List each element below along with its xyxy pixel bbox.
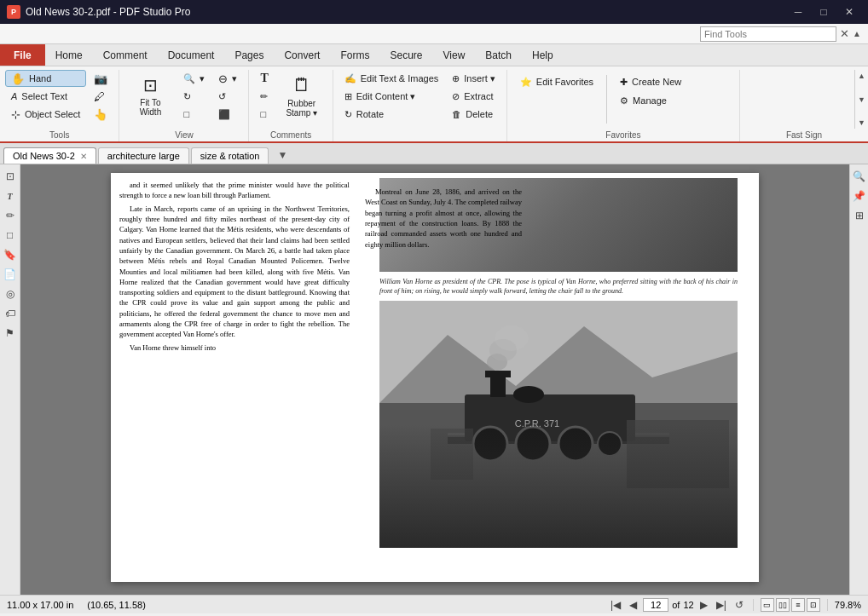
- right-sidebar-pin[interactable]: 📌: [851, 187, 868, 204]
- view-col: 🔍 ▾ ↻ □: [177, 70, 211, 123]
- menu-file[interactable]: File: [0, 44, 45, 66]
- status-left: 11.00 x 17.00 in (10.65, 11.58): [7, 600, 146, 610]
- menu-batch[interactable]: Batch: [475, 44, 522, 66]
- extract-button[interactable]: ⊘ Extract: [446, 88, 501, 105]
- zoom-in-button[interactable]: 🔍 ▾: [177, 70, 211, 87]
- svg-rect-4: [448, 433, 669, 435]
- menu-convert[interactable]: Convert: [274, 44, 330, 66]
- menu-home[interactable]: Home: [45, 44, 93, 66]
- tools-content: ✋ Hand A Select Text ⊹ Object Select 📷 🖊: [5, 70, 113, 129]
- view-single-button[interactable]: ▭: [761, 598, 774, 612]
- text-tool-button[interactable]: T: [254, 70, 274, 87]
- sidebar-tool-circle[interactable]: ◎: [2, 285, 19, 302]
- rotate-content-label: Rotate: [356, 109, 384, 119]
- nav-refresh-button[interactable]: ↺: [732, 598, 746, 612]
- sidebar-tool-extra[interactable]: ⚑: [2, 325, 19, 342]
- sidebar-tool-tag[interactable]: 🏷: [2, 305, 19, 322]
- create-new-button[interactable]: ✚ Create New: [614, 73, 687, 90]
- close-button[interactable]: ✕: [837, 3, 861, 20]
- comments-content: T ✏ □ 🗒 RubberStamp ▾: [254, 70, 327, 129]
- fastsign-scroll-down[interactable]: ▼: [855, 94, 868, 106]
- object-select-button[interactable]: ⊹ Object Select: [5, 106, 86, 123]
- find-tools-input[interactable]: [700, 26, 836, 42]
- comment-tools-col: T ✏ □: [254, 70, 274, 123]
- minimize-button[interactable]: ─: [786, 3, 810, 20]
- find-tools-expand[interactable]: ▲: [853, 29, 861, 38]
- nav-prev-button[interactable]: ◀: [627, 598, 639, 612]
- fingerprint-button[interactable]: 👆: [88, 106, 113, 123]
- tab-size-rotation[interactable]: size & rotation: [191, 147, 269, 164]
- menu-comment[interactable]: Comment: [93, 44, 158, 66]
- edit-favorites-button[interactable]: ⭐ Edit Favorites: [514, 73, 599, 90]
- insert-button[interactable]: ⊕ Insert ▾: [446, 70, 501, 87]
- pencil-tool-button[interactable]: ✏: [254, 88, 274, 105]
- right-sidebar-search[interactable]: 🔍: [851, 168, 868, 185]
- menu-pages[interactable]: Pages: [224, 44, 274, 66]
- layout-button[interactable]: □: [177, 106, 211, 123]
- edit-content-button[interactable]: ⊞ Edit Content ▾: [339, 88, 445, 105]
- menu-bar: File Home Comment Document Pages Convert…: [0, 44, 868, 66]
- rotate-content-icon: ↻: [344, 109, 352, 120]
- fastsign-scroll: ▲ ▼ ▼: [854, 70, 868, 129]
- menu-help[interactable]: Help: [522, 44, 564, 66]
- rect-tool-button[interactable]: □: [254, 106, 274, 123]
- sidebar-tool-page[interactable]: 📄: [2, 266, 19, 283]
- svg-point-8: [513, 386, 544, 403]
- camera-button[interactable]: 📷: [88, 70, 113, 87]
- highlight-icon: 🖊: [94, 90, 105, 103]
- manage-button[interactable]: ⚙ Manage: [614, 92, 687, 109]
- svg-rect-2: [379, 403, 738, 548]
- tabs-dropdown-button[interactable]: ▼: [274, 147, 291, 164]
- menu-secure[interactable]: Secure: [379, 44, 432, 66]
- status-bar: 11.00 x 17.00 in (10.65, 11.58) |◀ ◀ 12 …: [0, 595, 868, 613]
- fastsign-scroll-more[interactable]: ▼: [855, 117, 868, 129]
- pencil-tool-icon: ✏: [260, 91, 268, 102]
- delete-button[interactable]: 🗑 Delete: [446, 106, 501, 123]
- create-new-icon: ✚: [620, 77, 628, 88]
- zoom-dropdown-icon: ▾: [200, 73, 205, 84]
- select-text-button[interactable]: A Select Text: [5, 88, 86, 105]
- menu-view[interactable]: View: [433, 44, 476, 66]
- edit-content-area: ✍ Edit Text & Images ⊞ Edit Content ▾ ↻ …: [339, 70, 501, 138]
- edit-content-icon: ⊞: [344, 91, 352, 102]
- sidebar-tool-select[interactable]: ⊡: [2, 168, 19, 185]
- zoom-out-button[interactable]: ⊖ ▾: [212, 70, 243, 87]
- maximize-button[interactable]: □: [812, 3, 836, 20]
- hand-tool-button[interactable]: ✋ Hand: [5, 70, 86, 87]
- edit-text-images-button[interactable]: ✍ Edit Text & Images: [339, 70, 445, 87]
- select-text-label: Select Text: [21, 91, 67, 101]
- rubber-stamp-button[interactable]: 🗒 RubberStamp ▾: [276, 70, 327, 121]
- nav-first-button[interactable]: |◀: [608, 598, 623, 612]
- sidebar-tool-text[interactable]: T: [2, 187, 19, 204]
- page-number-input[interactable]: 12: [643, 598, 668, 612]
- fastsign-scroll-up[interactable]: ▲: [855, 70, 868, 82]
- menu-forms[interactable]: Forms: [330, 44, 379, 66]
- nav-last-button[interactable]: ▶|: [714, 598, 729, 612]
- rotate-cw-button[interactable]: ↻: [177, 88, 211, 105]
- ribbon-group-view: ⊡ Fit ToWidth 🔍 ▾ ↻ □ ⊖ ▾: [119, 70, 249, 141]
- tab-oldnews-close[interactable]: ✕: [80, 152, 87, 161]
- rotate-content-button[interactable]: ↻ Rotate: [339, 106, 445, 123]
- view-scroll-button[interactable]: ≡: [791, 598, 805, 612]
- view-mode-icons: ▭ ▯▯ ≡ ⊡: [761, 598, 820, 612]
- tab-oldnews[interactable]: Old News 30-2 ✕: [3, 147, 96, 164]
- nav-next-button[interactable]: ▶: [697, 598, 710, 612]
- dark-layout-button[interactable]: ⬛: [212, 106, 243, 123]
- rect-tool-icon: □: [260, 109, 266, 119]
- find-tools-close[interactable]: ✕: [840, 27, 849, 40]
- sidebar-tool-bookmark[interactable]: 🔖: [2, 246, 19, 263]
- manage-icon: ⚙: [620, 95, 628, 107]
- view-double-button[interactable]: ▯▯: [776, 598, 790, 612]
- tab-architecture[interactable]: architecture large: [98, 147, 189, 164]
- comments-group-label: Comments: [254, 130, 327, 141]
- view-fit-button[interactable]: ⊡: [807, 598, 820, 612]
- sidebar-tool-shape[interactable]: □: [2, 227, 19, 244]
- sidebar-tool-pencil[interactable]: ✏: [2, 207, 19, 224]
- menu-document[interactable]: Document: [158, 44, 225, 66]
- fit-to-width-button[interactable]: ⊡ Fit ToWidth: [124, 70, 176, 121]
- highlight-button[interactable]: 🖊: [88, 88, 113, 105]
- window-controls: ─ □ ✕: [786, 3, 861, 20]
- right-sidebar-grid[interactable]: ⊞: [851, 207, 868, 224]
- pdf-viewer: and it seemed unlikely that the prime mi…: [20, 164, 849, 595]
- rotate-ccw-button[interactable]: ↺: [212, 88, 243, 105]
